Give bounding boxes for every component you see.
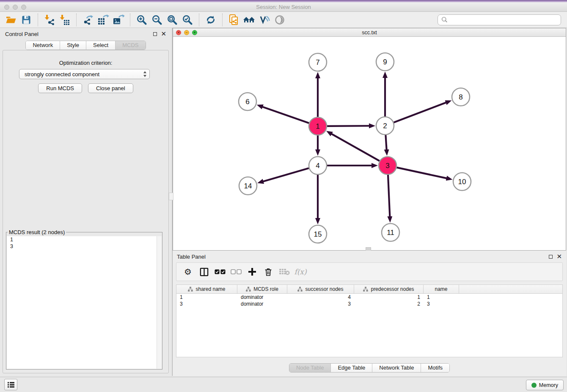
table-row[interactable]: 3 dominator 3 2 3 <box>176 301 562 307</box>
function-builder-icon[interactable]: f(x) <box>293 264 308 279</box>
toggle-details-eye-icon[interactable] <box>272 13 287 27</box>
clone-network-icon[interactable] <box>226 13 242 27</box>
toolbar-separator <box>130 14 130 26</box>
splitter-handle[interactable] <box>169 193 173 200</box>
network-view-window: ✕ − + scc.txt 7968124314101511 <box>173 28 566 251</box>
add-column-icon[interactable] <box>245 264 259 279</box>
network-close-button[interactable]: ✕ <box>176 30 181 35</box>
edge-2-8[interactable] <box>394 102 447 122</box>
window-minimize-button[interactable] <box>13 5 18 10</box>
edge-1-2[interactable] <box>327 126 370 126</box>
search-box[interactable] <box>438 14 561 25</box>
cell-name[interactable]: 3 <box>424 301 459 307</box>
edge-3-10[interactable] <box>397 168 447 179</box>
cell-shared-name[interactable]: 1 <box>176 294 237 301</box>
node-7[interactable]: 7 <box>309 53 327 71</box>
node-label: 1 <box>316 122 319 130</box>
float-panel-icon[interactable] <box>153 32 157 36</box>
toolbar-separator <box>38 14 38 26</box>
node-11[interactable]: 11 <box>382 224 399 241</box>
export-network-icon[interactable] <box>80 13 96 27</box>
task-history-button[interactable] <box>4 379 17 390</box>
window-close-button[interactable] <box>4 5 9 10</box>
tab-select[interactable]: Select <box>86 41 116 50</box>
settings-gear-icon[interactable]: ⚙ <box>181 264 195 279</box>
tab-motifs[interactable]: Motifs <box>421 364 449 372</box>
cell-shared-name[interactable]: 3 <box>176 301 237 307</box>
edge-2-3[interactable] <box>385 135 386 150</box>
tab-network-table[interactable]: Network Table <box>372 364 421 372</box>
network-minimize-button[interactable]: − <box>184 30 189 35</box>
vizmapper-icon[interactable] <box>257 13 272 27</box>
home-icon[interactable] <box>242 13 257 27</box>
window-zoom-button[interactable] <box>21 5 26 10</box>
node-10[interactable]: 10 <box>453 173 471 190</box>
tab-style[interactable]: Style <box>60 41 86 50</box>
close-panel-icon[interactable]: ✕ <box>161 32 166 36</box>
node-2[interactable]: 2 <box>376 117 394 135</box>
import-network-icon[interactable] <box>42 13 57 27</box>
zoom-out-icon[interactable] <box>149 13 165 27</box>
network-canvas[interactable]: 7968124314101511 <box>173 37 566 250</box>
cell-successor-nodes[interactable]: 3 <box>287 301 354 307</box>
close-table-panel-icon[interactable]: ✕ <box>556 254 562 259</box>
tab-mcds[interactable]: MCDS <box>116 41 145 50</box>
show-column-icon[interactable] <box>197 264 211 279</box>
export-image-icon[interactable] <box>111 13 126 27</box>
edge-3-1[interactable] <box>331 134 379 161</box>
memory-button[interactable]: Memory <box>526 380 564 390</box>
criterion-dropdown[interactable]: strongly connected component <box>19 69 150 79</box>
node-14[interactable]: 14 <box>239 177 257 195</box>
delete-table-icon[interactable] <box>277 264 292 279</box>
zoom-in-icon[interactable] <box>134 13 149 27</box>
run-mcds-button[interactable]: Run MCDS <box>38 83 82 93</box>
column-header-name[interactable]: name <box>424 285 459 293</box>
float-table-panel-icon[interactable] <box>549 255 553 259</box>
mcds-result-item[interactable]: 1 <box>7 236 162 243</box>
cell-predecessor-nodes[interactable]: 2 <box>354 301 424 307</box>
network-zoom-button[interactable]: + <box>192 30 197 35</box>
node-label: 15 <box>314 230 322 238</box>
node-6[interactable]: 6 <box>239 93 256 110</box>
column-header-predecessor-nodes[interactable]: predecessor nodes <box>354 285 424 293</box>
node-4[interactable]: 4 <box>309 157 327 174</box>
cell-name[interactable]: 1 <box>424 294 459 301</box>
mcds-result-title: MCDS result (2 nodes) <box>8 229 66 235</box>
zoom-fit-icon[interactable] <box>165 13 180 27</box>
table-row[interactable]: 1 dominator 4 1 1 <box>176 294 562 301</box>
open-session-icon[interactable] <box>3 13 19 27</box>
cell-mcds-role[interactable]: dominator <box>237 294 287 301</box>
column-header-shared-name[interactable]: shared name <box>176 285 237 293</box>
network-window-titlebar[interactable]: ✕ − + scc.txt <box>173 28 566 37</box>
column-header-mcds-role[interactable]: MCDS role <box>237 285 287 293</box>
save-session-icon[interactable] <box>19 13 34 27</box>
network-graph[interactable]: 7968124314101511 <box>173 37 566 251</box>
node-9[interactable]: 9 <box>376 53 394 71</box>
close-panel-button[interactable]: Close panel <box>88 83 133 93</box>
node-15[interactable]: 15 <box>309 225 327 243</box>
zoom-selected-icon[interactable] <box>180 13 195 27</box>
result-scrollbar[interactable] <box>157 236 162 369</box>
node-1[interactable]: 1 <box>309 117 327 135</box>
node-8[interactable]: 8 <box>452 88 470 106</box>
cell-mcds-role[interactable]: dominator <box>237 301 287 307</box>
tab-network[interactable]: Network <box>26 41 60 50</box>
edge-3-11[interactable] <box>388 175 390 217</box>
tab-node-table[interactable]: Node Table <box>289 364 331 372</box>
column-header-successor-nodes[interactable]: successor nodes <box>287 285 354 293</box>
search-input[interactable] <box>450 17 557 23</box>
edge-4-14[interactable] <box>263 168 309 182</box>
cell-predecessor-nodes[interactable]: 1 <box>354 294 424 301</box>
mcds-result-item[interactable]: 3 <box>7 243 162 250</box>
node-3[interactable]: 3 <box>379 157 396 174</box>
refresh-view-icon[interactable] <box>203 13 218 27</box>
deselect-all-checks-icon[interactable] <box>229 264 243 279</box>
delete-column-icon[interactable] <box>261 264 275 279</box>
export-table-icon[interactable] <box>96 13 111 27</box>
cell-successor-nodes[interactable]: 4 <box>287 294 354 301</box>
tab-edge-table[interactable]: Edge Table <box>331 364 372 372</box>
mcds-result-list[interactable]: 1 3 <box>7 236 162 369</box>
select-all-checks-icon[interactable] <box>213 264 227 279</box>
import-table-icon[interactable] <box>57 13 72 27</box>
edge-1-6[interactable] <box>262 107 309 123</box>
